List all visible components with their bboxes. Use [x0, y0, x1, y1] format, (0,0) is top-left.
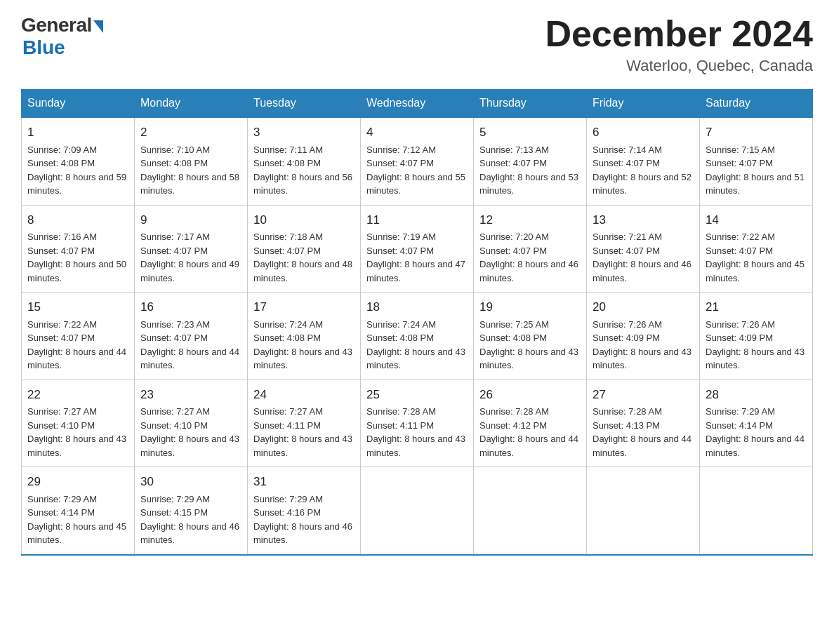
calendar-day-cell: 10Sunrise: 7:18 AMSunset: 4:07 PMDayligh… — [248, 205, 361, 293]
day-number: 18 — [366, 298, 468, 316]
day-number: 31 — [253, 473, 355, 491]
page-header: General Blue December 2024 Waterloo, Que… — [21, 14, 813, 75]
calendar-day-cell — [474, 467, 587, 555]
day-number: 10 — [253, 211, 355, 229]
day-sun-info: Sunrise: 7:21 AMSunset: 4:07 PMDaylight:… — [593, 232, 691, 283]
day-sun-info: Sunrise: 7:27 AMSunset: 4:11 PMDaylight:… — [253, 406, 352, 458]
day-number: 17 — [253, 298, 355, 316]
day-sun-info: Sunrise: 7:29 AMSunset: 4:14 PMDaylight:… — [706, 406, 805, 458]
day-number: 9 — [140, 211, 241, 229]
day-sun-info: Sunrise: 7:28 AMSunset: 4:13 PMDaylight:… — [593, 406, 691, 458]
calendar-day-cell — [587, 467, 700, 555]
day-sun-info: Sunrise: 7:12 AMSunset: 4:07 PMDaylight:… — [366, 145, 465, 196]
day-sun-info: Sunrise: 7:27 AMSunset: 4:10 PMDaylight:… — [140, 406, 239, 458]
location-subtitle: Waterloo, Quebec, Canada — [545, 57, 813, 75]
header-monday: Monday — [135, 90, 248, 118]
day-sun-info: Sunrise: 7:18 AMSunset: 4:07 PMDaylight:… — [253, 232, 352, 283]
calendar-day-cell: 5Sunrise: 7:13 AMSunset: 4:07 PMDaylight… — [474, 117, 587, 205]
calendar-day-cell: 1Sunrise: 7:09 AMSunset: 4:08 PMDaylight… — [22, 117, 135, 205]
day-sun-info: Sunrise: 7:09 AMSunset: 4:08 PMDaylight:… — [27, 145, 126, 196]
day-sun-info: Sunrise: 7:22 AMSunset: 4:07 PMDaylight:… — [706, 232, 805, 283]
day-sun-info: Sunrise: 7:29 AMSunset: 4:14 PMDaylight:… — [27, 494, 126, 546]
day-sun-info: Sunrise: 7:20 AMSunset: 4:07 PMDaylight:… — [479, 232, 578, 283]
calendar-day-cell: 20Sunrise: 7:26 AMSunset: 4:09 PMDayligh… — [587, 293, 700, 380]
day-number: 12 — [479, 211, 581, 229]
calendar-week-row: 1Sunrise: 7:09 AMSunset: 4:08 PMDaylight… — [22, 117, 813, 205]
calendar-day-cell: 17Sunrise: 7:24 AMSunset: 4:08 PMDayligh… — [248, 293, 361, 380]
day-sun-info: Sunrise: 7:14 AMSunset: 4:07 PMDaylight:… — [593, 145, 691, 196]
header-tuesday: Tuesday — [248, 90, 361, 118]
calendar-day-cell: 25Sunrise: 7:28 AMSunset: 4:11 PMDayligh… — [361, 380, 474, 467]
header-saturday: Saturday — [700, 90, 813, 118]
day-number: 13 — [593, 211, 694, 229]
day-sun-info: Sunrise: 7:15 AMSunset: 4:07 PMDaylight:… — [706, 145, 805, 196]
day-number: 1 — [27, 123, 128, 142]
day-number: 11 — [366, 211, 468, 229]
calendar-table: Sunday Monday Tuesday Wednesday Thursday… — [21, 89, 813, 556]
day-number: 27 — [593, 386, 694, 404]
calendar-day-cell: 9Sunrise: 7:17 AMSunset: 4:07 PMDaylight… — [135, 205, 248, 293]
day-number: 8 — [27, 211, 128, 229]
calendar-week-row: 15Sunrise: 7:22 AMSunset: 4:07 PMDayligh… — [22, 293, 813, 380]
day-number: 5 — [479, 123, 581, 142]
day-sun-info: Sunrise: 7:26 AMSunset: 4:09 PMDaylight:… — [593, 319, 691, 371]
calendar-week-row: 29Sunrise: 7:29 AMSunset: 4:14 PMDayligh… — [22, 467, 813, 555]
day-sun-info: Sunrise: 7:29 AMSunset: 4:16 PMDaylight:… — [253, 494, 352, 546]
calendar-day-cell: 19Sunrise: 7:25 AMSunset: 4:08 PMDayligh… — [474, 293, 587, 380]
day-sun-info: Sunrise: 7:10 AMSunset: 4:08 PMDaylight:… — [140, 145, 239, 196]
day-number: 16 — [140, 298, 241, 316]
day-number: 21 — [706, 298, 807, 316]
header-thursday: Thursday — [474, 90, 587, 118]
header-wednesday: Wednesday — [361, 90, 474, 118]
calendar-day-cell — [700, 467, 813, 555]
header-friday: Friday — [587, 90, 700, 118]
calendar-day-cell: 30Sunrise: 7:29 AMSunset: 4:15 PMDayligh… — [135, 467, 248, 555]
day-number: 30 — [140, 473, 241, 491]
logo-arrow-icon — [93, 20, 103, 33]
calendar-day-cell: 13Sunrise: 7:21 AMSunset: 4:07 PMDayligh… — [587, 205, 700, 293]
day-sun-info: Sunrise: 7:13 AMSunset: 4:07 PMDaylight:… — [479, 145, 578, 196]
logo: General Blue — [21, 14, 103, 59]
day-number: 20 — [593, 298, 694, 316]
calendar-day-cell: 27Sunrise: 7:28 AMSunset: 4:13 PMDayligh… — [587, 380, 700, 467]
calendar-day-cell: 2Sunrise: 7:10 AMSunset: 4:08 PMDaylight… — [135, 117, 248, 205]
logo-general-text: General — [21, 14, 92, 36]
day-sun-info: Sunrise: 7:24 AMSunset: 4:08 PMDaylight:… — [253, 319, 352, 371]
calendar-day-cell: 26Sunrise: 7:28 AMSunset: 4:12 PMDayligh… — [474, 380, 587, 467]
day-number: 6 — [593, 123, 694, 142]
day-sun-info: Sunrise: 7:26 AMSunset: 4:09 PMDaylight:… — [706, 319, 805, 371]
month-title: December 2024 — [545, 14, 813, 54]
calendar-body: 1Sunrise: 7:09 AMSunset: 4:08 PMDaylight… — [22, 117, 813, 555]
day-sun-info: Sunrise: 7:29 AMSunset: 4:15 PMDaylight:… — [140, 494, 239, 546]
calendar-day-cell: 7Sunrise: 7:15 AMSunset: 4:07 PMDaylight… — [700, 117, 813, 205]
calendar-day-cell: 18Sunrise: 7:24 AMSunset: 4:08 PMDayligh… — [361, 293, 474, 380]
calendar-day-cell: 3Sunrise: 7:11 AMSunset: 4:08 PMDaylight… — [248, 117, 361, 205]
day-sun-info: Sunrise: 7:24 AMSunset: 4:08 PMDaylight:… — [366, 319, 465, 371]
logo-blue-text: Blue — [22, 36, 65, 59]
title-block: December 2024 Waterloo, Quebec, Canada — [545, 14, 813, 75]
calendar-day-cell: 28Sunrise: 7:29 AMSunset: 4:14 PMDayligh… — [700, 380, 813, 467]
day-number: 15 — [27, 298, 128, 316]
day-sun-info: Sunrise: 7:22 AMSunset: 4:07 PMDaylight:… — [27, 319, 126, 371]
day-sun-info: Sunrise: 7:28 AMSunset: 4:12 PMDaylight:… — [479, 406, 578, 458]
calendar-day-cell: 21Sunrise: 7:26 AMSunset: 4:09 PMDayligh… — [700, 293, 813, 380]
calendar-day-cell: 14Sunrise: 7:22 AMSunset: 4:07 PMDayligh… — [700, 205, 813, 293]
day-sun-info: Sunrise: 7:28 AMSunset: 4:11 PMDaylight:… — [366, 406, 465, 458]
day-number: 28 — [706, 386, 807, 404]
calendar-day-cell: 16Sunrise: 7:23 AMSunset: 4:07 PMDayligh… — [135, 293, 248, 380]
calendar-day-cell: 22Sunrise: 7:27 AMSunset: 4:10 PMDayligh… — [22, 380, 135, 467]
day-sun-info: Sunrise: 7:16 AMSunset: 4:07 PMDaylight:… — [27, 232, 126, 283]
day-sun-info: Sunrise: 7:19 AMSunset: 4:07 PMDaylight:… — [366, 232, 465, 283]
day-number: 7 — [706, 123, 807, 142]
day-number: 4 — [366, 123, 468, 142]
day-number: 22 — [27, 386, 128, 404]
calendar-day-cell: 29Sunrise: 7:29 AMSunset: 4:14 PMDayligh… — [22, 467, 135, 555]
day-number: 23 — [140, 386, 241, 404]
calendar-day-cell: 31Sunrise: 7:29 AMSunset: 4:16 PMDayligh… — [248, 467, 361, 555]
day-number: 14 — [706, 211, 807, 229]
day-number: 19 — [479, 298, 581, 316]
day-number: 26 — [479, 386, 581, 404]
day-number: 29 — [27, 473, 128, 491]
calendar-day-cell: 8Sunrise: 7:16 AMSunset: 4:07 PMDaylight… — [22, 205, 135, 293]
calendar-day-cell: 15Sunrise: 7:22 AMSunset: 4:07 PMDayligh… — [22, 293, 135, 380]
